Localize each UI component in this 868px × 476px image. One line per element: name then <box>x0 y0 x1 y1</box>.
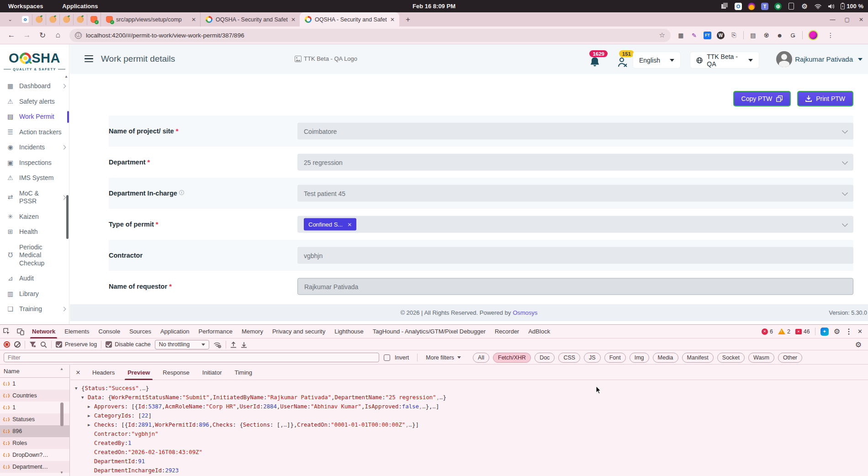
browser-tab-1[interactable]: src/app/views/setup/comp✕ <box>101 12 200 26</box>
sidebar-item-audit[interactable]: ⊿Audit <box>0 271 69 286</box>
notifications-bell-icon[interactable] <box>589 56 601 70</box>
tab-close-icon[interactable]: ✕ <box>390 16 395 23</box>
devtools-tab-performance[interactable]: Performance <box>194 325 237 338</box>
more-filters-button[interactable]: More filters <box>426 354 461 361</box>
request-row[interactable]: {;}1 <box>0 378 69 390</box>
panel-tab-timing[interactable]: Timing <box>228 365 259 380</box>
record-button[interactable] <box>4 341 10 348</box>
tab-search-icon[interactable]: ⌄ <box>5 14 16 25</box>
wifi-icon[interactable] <box>814 3 821 10</box>
devtools-tab-console[interactable]: Console <box>94 325 125 338</box>
language-selector[interactable]: English <box>633 52 680 68</box>
sidebar-scrollbar-thumb[interactable] <box>66 195 69 239</box>
field-control[interactable]: Confined S...✕ <box>297 216 853 233</box>
devtools-more-icon[interactable]: ⋮ <box>845 327 852 336</box>
back-icon[interactable]: ← <box>4 31 19 40</box>
request-row[interactable]: {;}Roles <box>0 437 69 449</box>
field-control[interactable]: Coimbatore <box>297 123 853 140</box>
devtools-tab-application[interactable]: Application <box>156 325 194 338</box>
disable-cache-checkbox[interactable] <box>106 341 112 348</box>
task-count-badge[interactable]: 151 <box>619 50 634 57</box>
devtools-tab-sources[interactable]: Sources <box>125 325 156 338</box>
filter-chip-socket[interactable]: Socket <box>717 353 745 363</box>
inspect-element-icon[interactable] <box>0 325 14 338</box>
filter-chip-all[interactable]: All <box>473 353 489 363</box>
applications-menu[interactable]: Applications <box>62 3 98 10</box>
filter-chip-js[interactable]: JS <box>584 353 601 363</box>
user-name[interactable]: Rajkumar Pativada <box>795 55 853 63</box>
field-control[interactable]: 25 regression <box>297 154 853 171</box>
devtools-tab-elements[interactable]: Elements <box>60 325 94 338</box>
import-har-icon[interactable] <box>230 341 237 348</box>
panel-tab-headers[interactable]: Headers <box>86 365 121 380</box>
requests-name-header[interactable]: Name <box>0 365 69 378</box>
flame-app-icon[interactable] <box>748 3 755 10</box>
user-avatar[interactable] <box>776 51 792 67</box>
request-row[interactable]: {;}896 <box>0 425 69 437</box>
tree-toggle-icon[interactable]: ▼ <box>81 393 88 402</box>
sidebar-item-training[interactable]: ❑Training <box>0 301 69 317</box>
devtools-tab-privacy-and-security[interactable]: Privacy and security <box>268 325 330 338</box>
site-info-icon[interactable]: ⓘ <box>75 32 82 39</box>
forward-icon[interactable]: → <box>19 31 35 40</box>
network-settings-gear-icon[interactable]: ⚙ <box>855 340 862 349</box>
requests-scroll-down-icon[interactable]: ▼ <box>60 471 64 475</box>
ai-assistant-icon[interactable]: ✦ <box>820 328 829 336</box>
search-icon[interactable] <box>40 341 47 348</box>
request-row[interactable]: {;}Statuses <box>0 413 69 425</box>
permit-type-chip[interactable]: Confined S...✕ <box>304 218 356 231</box>
ft-extension-icon[interactable]: FT <box>704 32 711 39</box>
sidebar-item-action-trackers[interactable]: ☰Action trackers <box>0 125 69 140</box>
field-control[interactable]: Test patient 45 <box>297 185 853 202</box>
clipboard-extension-icon[interactable]: ⎘ <box>730 32 738 39</box>
pinned-tab-gitlab[interactable] <box>87 14 101 25</box>
devtools-tab-adblock[interactable]: AdBlock <box>524 325 555 338</box>
translate-extension-icon[interactable]: Ǥ <box>789 32 797 39</box>
tree-toggle-icon[interactable]: ▼ <box>75 384 81 393</box>
devtools-settings-icon[interactable]: ⚙ <box>834 327 840 336</box>
pinned-tab-peach-3[interactable] <box>59 14 73 25</box>
osmosys-link[interactable]: Osmosys <box>513 309 537 316</box>
w-extension-icon[interactable]: W <box>717 32 725 39</box>
tab-close-icon[interactable]: ✕ <box>291 16 296 23</box>
devtools-tab-network[interactable]: Network <box>27 325 60 338</box>
field-control[interactable]: Rajkumar Pativada <box>297 278 853 295</box>
device-toolbar-icon[interactable] <box>14 325 27 338</box>
sidebar-item-ims-system[interactable]: ⚠IMS System <box>0 170 69 186</box>
export-har-icon[interactable] <box>241 341 247 348</box>
sidebar-item-work-permit[interactable]: ▤Work Permit <box>0 109 69 125</box>
throttling-select[interactable]: No throttling <box>155 340 209 349</box>
clipboard-tray-icon[interactable] <box>788 3 795 10</box>
requests-scrollbar-thumb[interactable] <box>60 402 64 426</box>
browser-profile-avatar[interactable] <box>808 30 818 40</box>
preserve-log-label[interactable]: Preserve log <box>65 341 97 348</box>
devtools-tab-lighthouse[interactable]: Lighthouse <box>330 325 368 338</box>
sidebar-item-health[interactable]: ⊞Health <box>0 224 69 240</box>
close-request-icon[interactable]: ✕ <box>70 369 86 376</box>
tab-close-icon[interactable]: ✕ <box>191 16 196 23</box>
browser-tab-2[interactable]: OQSHA - Security and Safety✕ <box>200 12 300 26</box>
bookmark-star-icon[interactable]: ☆ <box>659 31 665 39</box>
volume-icon[interactable] <box>827 3 835 10</box>
request-row[interactable]: {;}1 <box>0 402 69 413</box>
filter-chip-other[interactable]: Other <box>778 353 802 363</box>
filter-chip-fetch-xhr[interactable]: Fetch/XHR <box>493 353 531 363</box>
maximize-button[interactable]: ▢ <box>845 16 850 23</box>
filter-chip-manifest[interactable]: Manifest <box>682 353 714 363</box>
text-tool-icon[interactable]: T <box>761 3 768 10</box>
pen-extension-icon[interactable]: ✎ <box>690 32 698 39</box>
print-ptw-button[interactable]: Print PTW <box>797 91 853 106</box>
minimize-button[interactable]: — <box>830 16 836 23</box>
settings-gear-icon[interactable]: ⚙ <box>801 3 808 10</box>
sidebar-item-dashboard[interactable]: ▦Dashboard <box>0 79 69 94</box>
request-row[interactable]: {;}Department… <box>0 461 69 473</box>
filter-chip-img[interactable]: Img <box>630 353 649 363</box>
workspaces-menu[interactable]: Workspaces <box>8 3 43 10</box>
url-text[interactable]: localhost:4200/#/permit-to-work/view-wor… <box>86 32 655 39</box>
reader-extension-icon[interactable]: ▤ <box>749 32 757 39</box>
sidebar-item-periodic-medical-checkup[interactable]: ℧Periodic Medical Checkup <box>0 240 69 271</box>
filter-chip-css[interactable]: CSS <box>558 353 580 363</box>
qr-extension-icon[interactable]: ▦ <box>677 32 685 39</box>
home-icon[interactable]: ⌂ <box>50 31 66 40</box>
browser-menu-icon[interactable]: ⋮ <box>827 32 834 39</box>
